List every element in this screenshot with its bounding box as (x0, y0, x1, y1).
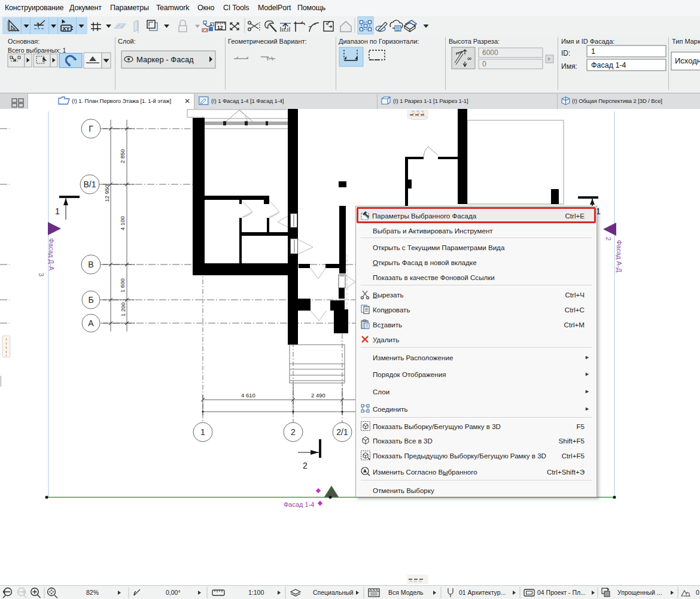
svg-text:12: 12 (217, 25, 223, 31)
svg-text:В: В (88, 260, 93, 269)
svg-text:Фасад А-Д: Фасад А-Д (616, 240, 623, 273)
svg-text:1: 1 (200, 427, 205, 437)
svg-text:2: 2 (303, 461, 308, 470)
svg-text:Фасад 1-4: Фасад 1-4 (591, 61, 626, 69)
svg-text:Маркер - Фасад: Маркер - Фасад (136, 55, 194, 64)
svg-text:∞: ∞ (467, 55, 471, 62)
svg-text:Фасад Д-А: Фасад Д-А (48, 238, 55, 271)
svg-text:4 100: 4 100 (119, 216, 126, 230)
svg-text:1: 1 (55, 206, 60, 216)
svg-text:Исходны: Исходны (675, 56, 700, 65)
svg-text:2 850: 2 850 (119, 149, 126, 163)
svg-text:В/1: В/1 (83, 180, 96, 189)
svg-text:2/1: 2/1 (336, 427, 348, 437)
svg-text:6000: 6000 (482, 48, 498, 57)
svg-text:0: 0 (482, 60, 486, 68)
svg-text:Фасад 1-4: Фасад 1-4 (284, 501, 314, 508)
svg-text:Г: Г (89, 124, 93, 133)
svg-text:1: 1 (591, 47, 595, 56)
svg-text:1 200: 1 200 (120, 302, 126, 317)
svg-text:2: 2 (605, 237, 612, 241)
svg-text:XY: XY (63, 26, 70, 32)
svg-text:4 610: 4 610 (241, 392, 255, 399)
svg-text:3: 3 (38, 273, 45, 276)
svg-text:Б: Б (88, 295, 93, 305)
svg-text:12 950: 12 950 (104, 184, 110, 202)
svg-text:2 490: 2 490 (311, 392, 325, 399)
svg-text:А: А (88, 318, 94, 328)
svg-text:1 600: 1 600 (119, 278, 126, 293)
svg-text:2: 2 (291, 427, 296, 437)
